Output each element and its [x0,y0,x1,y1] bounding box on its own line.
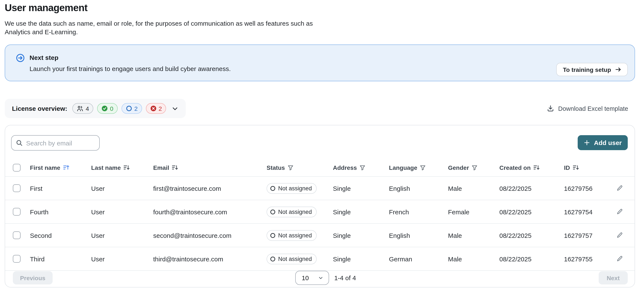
address-cell: Single [333,208,389,216]
created-on-cell: 08/22/2025 [499,184,564,192]
page-size-select[interactable]: 10 [295,271,329,285]
banner-message: Launch your first trainings to engage us… [30,65,231,72]
arrow-right-circle-icon [16,54,25,62]
in-progress-count: 2 [134,105,138,112]
plus-icon [584,140,590,146]
select-all-checkbox[interactable] [13,164,20,171]
last-name-cell: User [91,255,153,262]
pagination-bar: Previous 10 1-4 of 4 Next [5,271,634,288]
next-button[interactable]: Next [599,271,628,284]
column-header-gender[interactable]: Gender [448,164,499,171]
column-header-email[interactable]: Email [153,164,266,171]
table-row: Second User second@traintosecure.com Not… [5,224,634,247]
id-cell: 16279757 [564,232,605,239]
address-cell: Single [333,184,389,192]
total-users-count: 4 [86,105,89,112]
previous-button[interactable]: Previous [13,271,53,284]
gender-cell: Male [448,184,499,192]
row-checkbox[interactable] [13,208,20,216]
assigned-badge: 0 [97,103,118,114]
to-training-setup-button[interactable]: To training setup [556,63,628,76]
column-header-language[interactable]: Language [389,164,448,171]
download-excel-template-link[interactable]: Download Excel template [547,105,628,112]
sort-desc-icon [124,164,130,171]
users-table-card: Add user First name Last name [5,125,635,288]
search-input[interactable] [26,139,95,146]
arrow-right-icon [615,66,621,73]
search-box [11,135,100,150]
add-user-button[interactable]: Add user [578,135,628,150]
next-step-banner: Next step Launch your first trainings to… [5,44,635,81]
banner-title: Next step [30,54,231,61]
add-user-label: Add user [594,139,622,146]
column-header-last-name[interactable]: Last name [91,164,153,171]
download-icon [547,105,554,112]
license-overview-panel: License overview: 4 [5,99,186,118]
last-name-cell: User [91,232,153,239]
row-checkbox[interactable] [13,255,20,263]
user-management-page: User management We use the data such as … [0,0,644,302]
gender-cell: Male [448,255,499,262]
language-cell: French [389,208,448,216]
row-checkbox[interactable] [13,184,20,192]
column-header-address[interactable]: Address [333,164,389,171]
edit-pencil-icon[interactable] [616,208,623,215]
license-overview-row: License overview: 4 [5,99,635,118]
email-cell: third@traintosecure.com [153,255,266,262]
unlicensed-badge: 2 [146,103,166,114]
edit-pencil-icon[interactable] [616,255,623,262]
assigned-count: 0 [110,105,114,112]
created-on-cell: 08/22/2025 [499,232,564,239]
license-badges: 4 0 2 [72,103,166,114]
sort-desc-icon [533,164,540,171]
sort-desc-icon [172,164,178,171]
table-row: Third User third@traintosecure.com Not a… [5,247,634,271]
circle-outline-icon [126,105,132,112]
address-cell: Single [333,255,389,262]
filter-icon [472,164,478,170]
table-row: Fourth User fourth@traintosecure.com Not… [5,200,634,224]
first-name-cell: Third [30,255,91,262]
table-row: First User first@traintosecure.com Not a… [5,177,634,200]
row-checkbox[interactable] [13,232,20,239]
language-cell: German [389,255,448,262]
pagination-range-label: 1-4 of 4 [334,274,356,282]
email-cell: first@traintosecure.com [153,184,266,192]
id-cell: 16279754 [564,208,605,216]
check-circle-icon [102,105,108,112]
gender-cell: Male [448,232,499,239]
column-header-status[interactable]: Status [266,164,333,171]
status-badge: Not assigned [266,230,317,240]
id-cell: 16279755 [564,255,605,262]
status-badge: Not assigned [266,183,317,194]
address-cell: Single [333,232,389,239]
sort-asc-icon [63,164,69,171]
in-progress-badge: 2 [122,103,142,114]
unlicensed-count: 2 [158,105,162,112]
table-header-row: First name Last name [5,159,634,177]
column-header-id[interactable]: ID [564,164,605,171]
download-excel-template-label: Download Excel template [558,105,628,112]
edit-pencil-icon[interactable] [616,185,623,192]
column-header-created-on[interactable]: Created on [499,164,564,171]
page-size-value: 10 [302,274,309,282]
license-overview-label: License overview: [12,105,67,112]
search-icon [16,140,23,146]
license-expand-chevron-down-icon[interactable] [172,105,179,112]
page-description: We use the data such as name, email or r… [5,19,330,36]
created-on-cell: 08/22/2025 [499,255,564,262]
created-on-cell: 08/22/2025 [499,208,564,216]
first-name-cell: First [30,184,91,192]
x-circle-icon [150,105,156,112]
status-badge: Not assigned [266,254,317,264]
page-title: User management [5,0,635,14]
language-cell: English [389,232,448,239]
id-cell: 16279756 [564,184,605,192]
filter-icon [288,164,294,170]
edit-pencil-icon[interactable] [616,232,623,239]
first-name-cell: Fourth [30,208,91,216]
email-cell: fourth@traintosecure.com [153,208,266,216]
status-badge: Not assigned [266,206,317,217]
users-icon [76,105,84,112]
column-header-first-name[interactable]: First name [30,164,91,171]
